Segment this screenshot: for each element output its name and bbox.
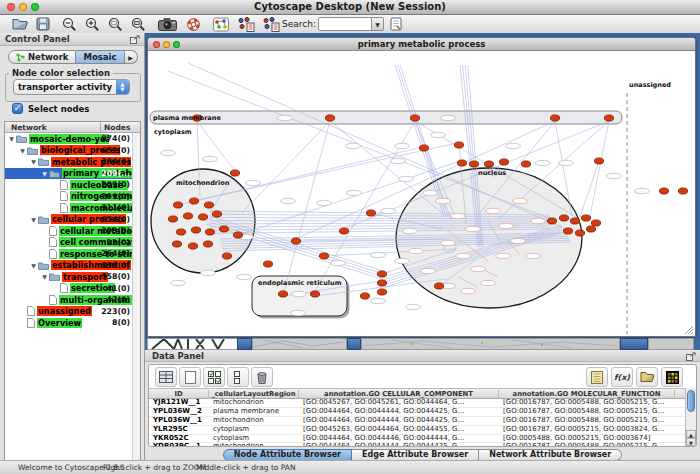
node[interactable]: [377, 271, 386, 277]
unselect-attributes-icon[interactable]: [227, 367, 249, 387]
create-network-view-icon[interactable]: [213, 16, 229, 32]
background-window-fragment[interactable]: [648, 338, 694, 350]
node[interactable]: [547, 218, 556, 224]
node[interactable]: [366, 210, 375, 216]
table-row[interactable]: YDR039C__1mitochondrion[GO:0044464, GO:0…: [149, 443, 686, 447]
node[interactable]: [319, 253, 328, 259]
node[interactable]: [212, 211, 221, 217]
network-tree[interactable]: ▼mosaic-demo-yeast874(0)▼biological_proc…: [5, 133, 133, 472]
node[interactable]: [183, 213, 192, 219]
scrollbar-thumb[interactable]: [687, 390, 695, 412]
node[interactable]: [594, 158, 603, 164]
background-window-fragment[interactable]: [252, 338, 347, 350]
node[interactable]: [469, 161, 478, 167]
open-session-icon[interactable]: [12, 16, 29, 32]
tree-row[interactable]: response to stimul264(0): [5, 248, 133, 260]
zoom-button[interactable]: [31, 3, 39, 11]
node[interactable]: [559, 215, 568, 221]
node[interactable]: [410, 115, 419, 121]
node[interactable]: [188, 243, 197, 249]
background-window-fragment[interactable]: [237, 338, 252, 350]
node[interactable]: [310, 291, 319, 297]
select-attributes-icon[interactable]: [203, 367, 225, 387]
tree-row[interactable]: nucleobase-209(0): [5, 179, 133, 191]
background-window-fragment[interactable]: [361, 338, 620, 350]
node[interactable]: [173, 202, 182, 208]
tree-row[interactable]: ▼mosaic-demo-yeast874(0): [5, 133, 133, 145]
table-row[interactable]: YKR052Ccytoplasm[GO:0044464, GO:0044446,…: [149, 435, 686, 444]
zoom-out-icon[interactable]: [62, 16, 77, 32]
node[interactable]: [586, 226, 595, 232]
zoom-selected-region-icon[interactable]: [108, 16, 123, 32]
table-row[interactable]: YPL036W__1mitochondrion[GO:0044464, GO:0…: [149, 417, 686, 426]
node[interactable]: [204, 202, 213, 208]
scroll-up-icon[interactable]: ▲: [686, 430, 696, 438]
table-row[interactable]: YLR295Ccytoplasm[GO:0045263, GO:0044464,…: [149, 426, 686, 435]
expand-arrow-icon[interactable]: ▼: [18, 147, 27, 154]
tree-row[interactable]: cell communicat22(0): [5, 237, 133, 249]
tree-row[interactable]: nitrogen compo209(0): [5, 191, 133, 203]
frame-zoom-button[interactable]: [173, 41, 180, 48]
node[interactable]: [219, 226, 228, 232]
tree-row[interactable]: ▼transport558(0): [5, 271, 133, 283]
column-header[interactable]: _cellularLayoutRegion: [209, 390, 299, 399]
node[interactable]: [339, 228, 348, 234]
background-window-fragment[interactable]: [347, 338, 361, 350]
node[interactable]: [575, 230, 584, 236]
zoom-in-icon[interactable]: [85, 16, 100, 32]
scroll-down-icon[interactable]: ▼: [686, 438, 696, 446]
tree-row[interactable]: macromolecule311(0): [5, 202, 133, 214]
search-dropdown-button[interactable]: ▼: [371, 17, 384, 31]
apply-layout-1-icon[interactable]: [238, 16, 255, 32]
node[interactable]: [377, 289, 386, 295]
tree-row[interactable]: secretion41(0): [5, 283, 133, 295]
search-input[interactable]: [318, 17, 372, 31]
node[interactable]: [203, 241, 212, 247]
save-session-icon[interactable]: [36, 16, 50, 32]
node[interactable]: [230, 170, 239, 176]
table-row[interactable]: YJR121W__1mitochondrion[GO:0045267, GO:0…: [149, 399, 686, 408]
expand-arrow-icon[interactable]: ▼: [40, 273, 49, 280]
network-window[interactable]: primary metabolic process plasma membran…: [147, 37, 696, 337]
tree-row[interactable]: cellular metabo209(0): [5, 225, 133, 237]
background-window-fragment[interactable]: [620, 338, 648, 350]
node[interactable]: [591, 220, 600, 226]
expand-arrow-icon[interactable]: ▼: [29, 216, 38, 223]
network-window-titlebar[interactable]: primary metabolic process: [148, 38, 695, 51]
node-color-attribute-select[interactable]: transporter activity ▲▼: [13, 79, 130, 95]
export-snapshot-icon[interactable]: [158, 16, 177, 32]
node[interactable]: [604, 115, 613, 121]
node[interactable]: [191, 227, 200, 233]
frame-close-button[interactable]: [153, 41, 160, 48]
close-button[interactable]: [7, 3, 15, 11]
node[interactable]: [222, 253, 231, 259]
float-panel-icon[interactable]: [686, 352, 696, 361]
node[interactable]: [659, 188, 668, 194]
tab-mosaic[interactable]: Mosaic: [76, 50, 124, 64]
node[interactable]: [172, 241, 181, 247]
delete-attribute-icon[interactable]: [251, 367, 273, 387]
select-nodes-checkbox[interactable]: ✓: [12, 103, 23, 114]
node[interactable]: [176, 229, 185, 235]
import-attributes-icon[interactable]: [636, 367, 658, 387]
table-scrollbar[interactable]: ▲ ▼: [685, 388, 696, 446]
search-options-icon[interactable]: [390, 16, 403, 32]
tree-row[interactable]: ▼establishment of lo558(0): [5, 260, 133, 272]
node[interactable]: [454, 142, 463, 148]
node[interactable]: [291, 238, 300, 244]
apply-layout-2-icon[interactable]: [263, 16, 280, 32]
node[interactable]: [233, 232, 242, 238]
node[interactable]: [563, 228, 572, 234]
help-ring-icon[interactable]: [186, 16, 201, 32]
create-attribute-icon[interactable]: [179, 367, 201, 387]
tree-row[interactable]: multi-organism pro42(0): [5, 294, 133, 306]
table-row[interactable]: YPL036W__2plasma membrane[GO:0044464, GO…: [149, 408, 686, 417]
node[interactable]: [570, 218, 579, 224]
node[interactable]: [263, 261, 272, 267]
tree-scrollbar[interactable]: [132, 133, 140, 472]
attribute-table-icon[interactable]: [155, 367, 177, 387]
node[interactable]: [198, 214, 207, 220]
expand-arrow-icon[interactable]: ▼: [29, 158, 38, 165]
node[interactable]: [419, 145, 428, 151]
zoom-fit-content-icon[interactable]: [131, 16, 146, 32]
